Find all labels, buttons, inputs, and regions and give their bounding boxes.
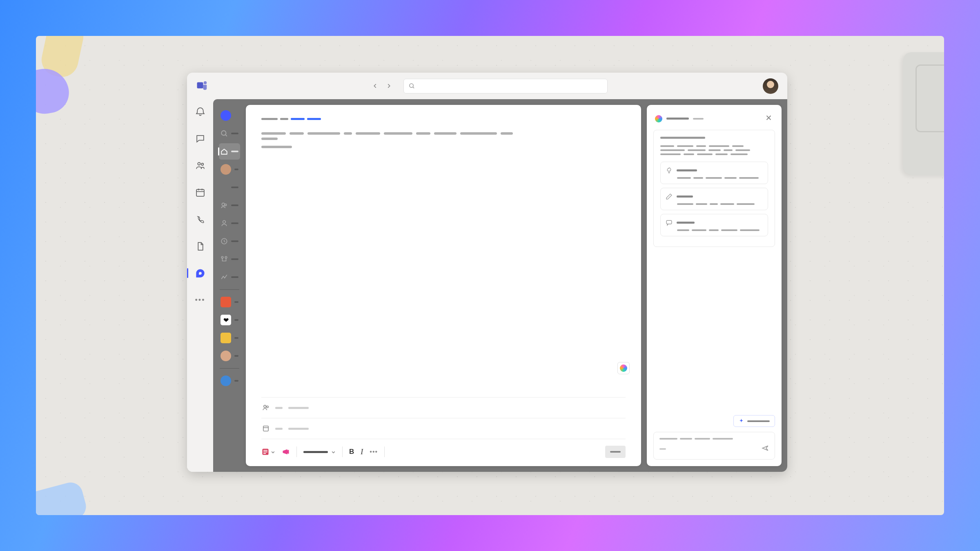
nav-back-button[interactable] <box>369 80 381 92</box>
apps-column: ❤ <box>219 105 240 466</box>
document-body[interactable] <box>261 132 523 148</box>
svg-rect-18 <box>263 451 267 452</box>
svg-point-14 <box>267 406 269 408</box>
pencil-icon <box>666 193 673 200</box>
svg-rect-0 <box>197 82 203 88</box>
tb-bold-button[interactable]: B <box>349 448 354 456</box>
app-pinned[interactable]: ❤ <box>219 312 240 328</box>
app-item[interactable] <box>219 251 240 267</box>
svg-point-6 <box>221 131 226 135</box>
app-item[interactable] <box>219 161 240 178</box>
copilot-icon <box>655 115 662 122</box>
svg-point-3 <box>198 162 200 165</box>
nav-loop[interactable] <box>191 264 209 282</box>
copilot-send-button[interactable] <box>762 444 769 453</box>
app-item[interactable] <box>219 269 240 285</box>
nav-calls[interactable] <box>191 210 209 228</box>
app-pinned[interactable] <box>219 330 240 346</box>
copilot-title <box>666 118 689 120</box>
svg-point-2 <box>410 84 413 87</box>
app-pinned[interactable] <box>219 294 240 310</box>
svg-point-4 <box>201 163 203 165</box>
search-icon <box>409 83 415 89</box>
copilot-suggestion[interactable] <box>660 188 768 210</box>
svg-point-7 <box>222 203 225 206</box>
teams-window: ••• ❤ <box>187 73 787 472</box>
svg-point-12 <box>225 256 227 258</box>
teams-logo-icon <box>196 79 208 93</box>
tb-action-button[interactable] <box>605 446 626 458</box>
meta-people-row[interactable] <box>261 397 626 418</box>
copilot-suggestion[interactable] <box>660 162 768 184</box>
decor-card <box>903 52 944 175</box>
search-input[interactable] <box>403 79 608 93</box>
tb-style-dropdown[interactable] <box>303 450 336 454</box>
chat-icon <box>666 219 673 226</box>
user-avatar[interactable] <box>763 78 778 94</box>
decor-blob <box>36 480 89 515</box>
svg-point-11 <box>221 256 223 258</box>
svg-rect-15 <box>263 426 268 431</box>
svg-point-13 <box>264 405 266 408</box>
workspace: ❤ <box>213 99 787 472</box>
nav-more[interactable]: ••• <box>191 291 209 309</box>
copilot-fab[interactable] <box>617 362 630 374</box>
copilot-header <box>653 111 775 130</box>
copilot-panel <box>647 105 782 466</box>
app-item[interactable] <box>219 215 240 231</box>
breadcrumb-link[interactable] <box>307 118 321 120</box>
copilot-icon <box>620 364 627 372</box>
copilot-greeting <box>660 137 705 139</box>
app-search[interactable] <box>219 125 240 142</box>
copilot-subtitle <box>693 118 704 120</box>
copilot-input[interactable] <box>653 432 775 460</box>
breadcrumb-link[interactable] <box>291 118 305 120</box>
ellipsis-icon: ••• <box>195 296 205 304</box>
tb-italic-button[interactable]: I <box>361 448 363 456</box>
nav-teams[interactable] <box>191 156 209 174</box>
nav-activity[interactable] <box>191 102 209 120</box>
copilot-suggestion[interactable] <box>660 214 768 236</box>
template-icon <box>262 425 270 432</box>
document-panel: B I ••• <box>246 105 641 466</box>
app-rail: ••• <box>187 99 213 472</box>
tb-more-button[interactable]: ••• <box>370 448 378 455</box>
breadcrumb-seg[interactable] <box>280 118 288 120</box>
meta-template-row[interactable] <box>261 418 626 439</box>
app-item[interactable] <box>219 233 240 249</box>
svg-point-1 <box>204 81 207 84</box>
desktop-background: ••• ❤ <box>36 36 944 515</box>
people-icon <box>262 404 270 411</box>
app-pinned[interactable] <box>219 348 240 364</box>
editor-toolbar: B I ••• <box>261 439 626 458</box>
app-item[interactable] <box>219 197 240 213</box>
tb-component-button[interactable] <box>261 448 275 456</box>
app-item[interactable] <box>219 179 240 196</box>
svg-point-8 <box>225 204 227 206</box>
app-pinned[interactable] <box>219 373 240 389</box>
copilot-close-button[interactable] <box>764 113 773 124</box>
svg-rect-17 <box>263 450 267 451</box>
copilot-welcome-card <box>653 130 775 247</box>
nav-calendar[interactable] <box>191 183 209 201</box>
app-loop-header[interactable] <box>219 107 240 124</box>
copilot-description <box>660 145 768 155</box>
nav-forward-button[interactable] <box>383 80 394 92</box>
sparkle-icon <box>739 418 744 424</box>
breadcrumb-seg[interactable] <box>261 118 278 120</box>
svg-point-9 <box>223 220 226 223</box>
titlebar <box>187 73 787 99</box>
nav-files[interactable] <box>191 237 209 255</box>
nav-chat[interactable] <box>191 129 209 147</box>
copilot-prompt-chip[interactable] <box>733 415 775 427</box>
svg-rect-20 <box>666 220 672 224</box>
breadcrumb <box>261 118 626 120</box>
svg-rect-5 <box>196 189 204 196</box>
tb-announce-button[interactable] <box>282 448 290 456</box>
svg-rect-19 <box>263 453 266 454</box>
lightbulb-icon <box>666 167 673 174</box>
app-home[interactable] <box>219 143 240 160</box>
